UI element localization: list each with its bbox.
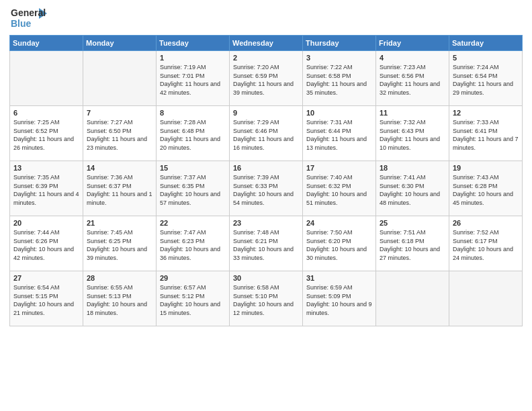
calendar-table: SundayMondayTuesdayWednesdayThursdayFrid… (9, 35, 523, 326)
day-number: 11 (380, 109, 445, 117)
page-header: GeneralBlue (9, 7, 523, 31)
calendar-body: 1Sunrise: 7:19 AMSunset: 7:01 PMDaylight… (10, 51, 523, 326)
day-number: 8 (160, 109, 226, 117)
calendar-cell: 28Sunrise: 6:55 AMSunset: 5:13 PMDayligh… (83, 271, 157, 326)
cell-info: Sunrise: 6:54 AMSunset: 5:15 PMDaylight:… (13, 283, 79, 317)
cell-info: Sunrise: 7:48 AMSunset: 6:21 PMDaylight:… (233, 228, 299, 262)
cell-info: Sunrise: 7:27 AMSunset: 6:50 PMDaylight:… (87, 118, 152, 152)
day-number: 14 (87, 164, 152, 172)
calendar-week-5: 27Sunrise: 6:54 AMSunset: 5:15 PMDayligh… (10, 271, 523, 326)
cell-info: Sunrise: 7:24 AMSunset: 6:54 PMDaylight:… (453, 63, 519, 97)
calendar-cell: 18Sunrise: 7:41 AMSunset: 6:30 PMDayligh… (376, 161, 449, 216)
calendar-cell: 20Sunrise: 7:44 AMSunset: 6:26 PMDayligh… (10, 216, 83, 271)
svg-text:Blue: Blue (11, 18, 32, 29)
day-number: 26 (453, 219, 519, 227)
cell-info: Sunrise: 7:36 AMSunset: 6:37 PMDaylight:… (87, 173, 152, 207)
calendar-cell: 29Sunrise: 6:57 AMSunset: 5:12 PMDayligh… (157, 271, 230, 326)
cell-info: Sunrise: 7:52 AMSunset: 6:17 PMDaylight:… (453, 228, 519, 262)
calendar-cell: 13Sunrise: 7:35 AMSunset: 6:39 PMDayligh… (10, 161, 83, 216)
cell-info: Sunrise: 6:57 AMSunset: 5:12 PMDaylight:… (160, 283, 226, 317)
calendar-cell: 25Sunrise: 7:51 AMSunset: 6:18 PMDayligh… (376, 216, 449, 271)
calendar-cell: 23Sunrise: 7:48 AMSunset: 6:21 PMDayligh… (230, 216, 303, 271)
calendar-cell (376, 271, 449, 326)
calendar-week-2: 6Sunrise: 7:25 AMSunset: 6:52 PMDaylight… (10, 106, 523, 161)
calendar-cell: 19Sunrise: 7:43 AMSunset: 6:28 PMDayligh… (449, 161, 523, 216)
calendar-cell: 9Sunrise: 7:29 AMSunset: 6:46 PMDaylight… (230, 106, 303, 161)
calendar-week-4: 20Sunrise: 7:44 AMSunset: 6:26 PMDayligh… (10, 216, 523, 271)
cell-info: Sunrise: 7:39 AMSunset: 6:33 PMDaylight:… (233, 173, 299, 207)
cell-info: Sunrise: 7:32 AMSunset: 6:43 PMDaylight:… (380, 118, 445, 152)
svg-text:General: General (11, 7, 46, 18)
day-number: 4 (380, 54, 445, 62)
cell-info: Sunrise: 6:55 AMSunset: 5:13 PMDaylight:… (87, 283, 152, 317)
calendar-cell: 11Sunrise: 7:32 AMSunset: 6:43 PMDayligh… (376, 106, 449, 161)
day-number: 12 (453, 109, 519, 117)
calendar-cell: 15Sunrise: 7:37 AMSunset: 6:35 PMDayligh… (157, 161, 230, 216)
day-number: 3 (306, 54, 372, 62)
day-number: 18 (380, 164, 445, 172)
day-number: 10 (306, 109, 372, 117)
calendar-cell: 7Sunrise: 7:27 AMSunset: 6:50 PMDaylight… (83, 106, 157, 161)
day-number: 22 (160, 219, 226, 227)
calendar-cell: 16Sunrise: 7:39 AMSunset: 6:33 PMDayligh… (230, 161, 303, 216)
calendar-cell: 14Sunrise: 7:36 AMSunset: 6:37 PMDayligh… (83, 161, 157, 216)
day-number: 30 (233, 274, 299, 282)
cell-info: Sunrise: 7:31 AMSunset: 6:44 PMDaylight:… (306, 118, 372, 152)
day-number: 6 (13, 109, 79, 117)
weekday-header-sunday: Sunday (10, 36, 83, 51)
cell-info: Sunrise: 7:51 AMSunset: 6:18 PMDaylight:… (380, 228, 445, 262)
cell-info: Sunrise: 7:28 AMSunset: 6:48 PMDaylight:… (160, 118, 226, 152)
day-number: 31 (306, 274, 372, 282)
calendar-cell (83, 51, 157, 106)
day-number: 1 (160, 54, 226, 62)
calendar-cell: 12Sunrise: 7:33 AMSunset: 6:41 PMDayligh… (449, 106, 523, 161)
cell-info: Sunrise: 7:50 AMSunset: 6:20 PMDaylight:… (306, 228, 372, 262)
header-row: SundayMondayTuesdayWednesdayThursdayFrid… (10, 36, 523, 51)
calendar-cell: 3Sunrise: 7:22 AMSunset: 6:58 PMDaylight… (303, 51, 376, 106)
cell-info: Sunrise: 7:22 AMSunset: 6:58 PMDaylight:… (306, 63, 372, 97)
weekday-header-monday: Monday (83, 36, 157, 51)
calendar-week-3: 13Sunrise: 7:35 AMSunset: 6:39 PMDayligh… (10, 161, 523, 216)
cell-info: Sunrise: 7:45 AMSunset: 6:25 PMDaylight:… (87, 228, 152, 262)
day-number: 23 (233, 219, 299, 227)
cell-info: Sunrise: 7:20 AMSunset: 6:59 PMDaylight:… (233, 63, 299, 97)
calendar-cell: 21Sunrise: 7:45 AMSunset: 6:25 PMDayligh… (83, 216, 157, 271)
day-number: 16 (233, 164, 299, 172)
calendar-cell: 31Sunrise: 6:59 AMSunset: 5:09 PMDayligh… (303, 271, 376, 326)
calendar-cell: 5Sunrise: 7:24 AMSunset: 6:54 PMDaylight… (449, 51, 523, 106)
weekday-header-friday: Friday (376, 36, 449, 51)
cell-info: Sunrise: 7:44 AMSunset: 6:26 PMDaylight:… (13, 228, 79, 262)
cell-info: Sunrise: 7:43 AMSunset: 6:28 PMDaylight:… (453, 173, 519, 207)
calendar-cell: 24Sunrise: 7:50 AMSunset: 6:20 PMDayligh… (303, 216, 376, 271)
day-number: 7 (87, 109, 152, 117)
day-number: 20 (13, 219, 79, 227)
calendar-cell (10, 51, 83, 106)
weekday-header-thursday: Thursday (303, 36, 376, 51)
weekday-header-wednesday: Wednesday (230, 36, 303, 51)
logo: GeneralBlue (9, 7, 50, 31)
calendar-cell (449, 271, 523, 326)
weekday-header-tuesday: Tuesday (157, 36, 230, 51)
day-number: 13 (13, 164, 79, 172)
day-number: 27 (13, 274, 79, 282)
cell-info: Sunrise: 6:59 AMSunset: 5:09 PMDaylight:… (306, 283, 372, 317)
calendar-header: SundayMondayTuesdayWednesdayThursdayFrid… (10, 36, 523, 51)
calendar-cell: 26Sunrise: 7:52 AMSunset: 6:17 PMDayligh… (449, 216, 523, 271)
cell-info: Sunrise: 7:25 AMSunset: 6:52 PMDaylight:… (13, 118, 79, 152)
day-number: 21 (87, 219, 152, 227)
calendar-cell: 8Sunrise: 7:28 AMSunset: 6:48 PMDaylight… (157, 106, 230, 161)
day-number: 28 (87, 274, 152, 282)
cell-info: Sunrise: 7:19 AMSunset: 7:01 PMDaylight:… (160, 63, 226, 97)
day-number: 24 (306, 219, 372, 227)
cell-info: Sunrise: 6:58 AMSunset: 5:10 PMDaylight:… (233, 283, 299, 317)
calendar-cell: 2Sunrise: 7:20 AMSunset: 6:59 PMDaylight… (230, 51, 303, 106)
calendar-cell: 4Sunrise: 7:23 AMSunset: 6:56 PMDaylight… (376, 51, 449, 106)
cell-info: Sunrise: 7:41 AMSunset: 6:30 PMDaylight:… (380, 173, 445, 207)
weekday-header-saturday: Saturday (449, 36, 523, 51)
cell-info: Sunrise: 7:23 AMSunset: 6:56 PMDaylight:… (380, 63, 445, 97)
calendar-cell: 6Sunrise: 7:25 AMSunset: 6:52 PMDaylight… (10, 106, 83, 161)
cell-info: Sunrise: 7:33 AMSunset: 6:41 PMDaylight:… (453, 118, 519, 152)
calendar-week-1: 1Sunrise: 7:19 AMSunset: 7:01 PMDaylight… (10, 51, 523, 106)
calendar-cell: 17Sunrise: 7:40 AMSunset: 6:32 PMDayligh… (303, 161, 376, 216)
calendar-cell: 27Sunrise: 6:54 AMSunset: 5:15 PMDayligh… (10, 271, 83, 326)
